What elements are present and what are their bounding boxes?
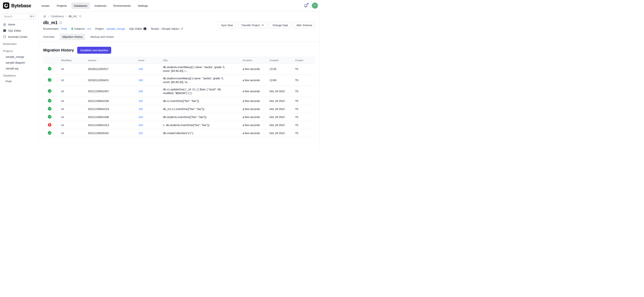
tab[interactable]: Migration History <box>60 34 85 40</box>
sql-cell: 1. db.students.insertOne({"foo": "bar"})… <box>161 121 240 129</box>
topnav-item[interactable]: Issues <box>39 3 52 9</box>
issue-link[interactable]: 109 <box>138 68 143 71</box>
issue-link[interactable]: 105 <box>138 108 143 111</box>
instance-label: Instance - <box>74 27 86 30</box>
breadcrumb-current: db_m1 <box>68 15 77 18</box>
issue-cell: 104 <box>136 113 161 121</box>
transfer-project-button[interactable]: Transfer Project <box>238 22 267 29</box>
version-cell: 20221228042407 <box>86 86 136 97</box>
table-row[interactable]: UI 20221228042223 105 db_m1.c1.insertOne… <box>43 105 315 113</box>
topnav-item[interactable]: Settings <box>135 3 150 9</box>
sidebar-item-home[interactable]: Home <box>0 21 38 28</box>
success-icon <box>48 78 52 82</box>
tab[interactable]: Overview <box>43 34 54 40</box>
bytebase-logo[interactable]: Bytebase <box>3 3 39 9</box>
creator-cell: T0 <box>293 86 315 97</box>
project-link[interactable]: sample_mongo <box>106 27 125 30</box>
anomaly-center-icon <box>3 35 6 38</box>
table-row[interactable]: UI 20221228042255 105 db.c1.insertOne({"… <box>43 97 315 105</box>
environment-link[interactable]: Prod <box>61 27 67 30</box>
table-row[interactable]: UI 20221228035331 102 db.createCollectio… <box>43 129 315 137</box>
success-icon <box>48 107 52 111</box>
issue-link[interactable]: 108 <box>138 79 143 82</box>
main-content: › Databases › db_m1 db_m1 <box>39 12 322 149</box>
establish-baseline-button[interactable]: Establish new baseline <box>77 47 111 54</box>
issue-link[interactable]: 106 <box>138 90 143 93</box>
breadcrumb-home-icon[interactable] <box>43 15 46 18</box>
sidebar-item-sql-editor[interactable]: SQL Editor <box>0 28 38 34</box>
created-cell: Dec 28 2022 <box>267 86 293 97</box>
top-bar: Bytebase Issues Projects Databases Insta… <box>0 0 322 12</box>
success-icon <box>48 99 52 103</box>
sidebar-sub-item[interactable]: sample_mongo <box>0 54 38 60</box>
sql-cell: db.createCollection("c1"); <box>161 129 240 137</box>
topnav-item[interactable]: Instances <box>92 3 109 9</box>
alter-schema-button[interactable]: Alter Schema <box>294 22 315 29</box>
column-header: Issue <box>136 57 161 64</box>
sidebar-sub-item[interactable]: Prod <box>0 79 38 84</box>
issue-cell: 105 <box>136 105 161 113</box>
breadcrumb: › Databases › db_m1 <box>43 15 315 18</box>
issue-link[interactable]: 102 <box>138 132 143 135</box>
sidebar-section-projects: Projects <box>0 48 38 54</box>
workflow-cell: UI <box>59 64 86 75</box>
topnav-item[interactable]: Databases <box>72 3 90 9</box>
issue-link[interactable]: 104 <box>138 124 143 127</box>
tab[interactable]: Backup and restore <box>90 34 114 40</box>
created-cell: Dec 28 2022 <box>267 97 293 105</box>
sql-editor-link-icon[interactable] <box>143 27 146 30</box>
sync-now-button[interactable]: Sync Now <box>218 22 236 29</box>
table-row[interactable]: UI 20230111052527 109 db.students.insert… <box>43 64 315 75</box>
migration-history-header: Migration History Establish new baseline <box>43 47 315 54</box>
status-cell <box>43 86 59 97</box>
status-cell <box>43 121 59 129</box>
created-cell: Dec 28 2022 <box>267 105 293 113</box>
creator-cell: T0 <box>293 113 315 121</box>
top-navigation: Issues Projects Databases Instances Envi… <box>39 3 150 9</box>
scrollbar[interactable] <box>320 12 322 149</box>
duration-cell: a few seconds <box>240 97 267 105</box>
table-row[interactable]: UI 20221228042407 106 db.c1.updateOne( {… <box>43 86 315 97</box>
status-cell <box>43 129 59 137</box>
topnav-item[interactable]: Environments <box>111 3 133 9</box>
column-header: Version <box>86 57 136 64</box>
sidebar-sub-item[interactable]: sample-pg <box>0 66 38 72</box>
sidebar-databases-list: Prod <box>0 79 38 84</box>
meta-sql-editor: SQL Editor <box>129 27 146 30</box>
sql-cell: db_m1.c1.insertOne({"foo": "bar"}); <box>161 105 240 113</box>
status-cell <box>43 75 59 86</box>
edit-tenant-pencil-icon[interactable] <box>181 27 184 30</box>
column-header <box>43 57 59 64</box>
sidebar-item-anomaly-center[interactable]: Anomaly Center <box>0 34 38 40</box>
duration-cell: a few seconds <box>240 75 267 86</box>
column-header: Created <box>267 57 293 64</box>
migration-history-title: Migration History <box>43 48 74 52</box>
table-row[interactable]: UI 20230111050423 108 db.student.insertM… <box>43 75 315 86</box>
sidebar-sub-item[interactable]: sample-diagram <box>0 60 38 66</box>
page-head: db_m1 Environment - Prod <box>43 20 315 30</box>
version-cell: 20230111050423 <box>86 75 136 86</box>
duration-cell: a few seconds <box>240 86 267 97</box>
meta-environment: Environment - Prod <box>43 27 67 30</box>
column-header: SQL <box>161 57 240 64</box>
change-data-button[interactable]: Change Data <box>270 22 291 29</box>
created-cell: Dec 28 2022 <box>267 113 293 121</box>
issue-link[interactable]: 105 <box>138 100 143 103</box>
breadcrumb-databases[interactable]: Databases <box>51 15 64 18</box>
sidebar-projects-list: sample_mongo sample-diagram sample-pg <box>0 54 38 72</box>
sidebar: ⌘ K Home SQL Editor Anomaly Center <box>0 12 39 149</box>
issue-link[interactable]: 104 <box>138 116 143 119</box>
table-row[interactable]: UI 20221228041938 104 db.students.insert… <box>43 113 315 121</box>
bookmark-star-icon[interactable] <box>79 15 82 18</box>
tab-bar: Overview Migration History Backup and re… <box>43 34 315 42</box>
success-icon <box>48 67 52 71</box>
avatar[interactable]: T <box>312 3 318 9</box>
topnav-item[interactable]: Projects <box>54 3 69 9</box>
instance-link[interactable]: m1 <box>88 27 91 30</box>
search-input[interactable] <box>4 15 28 18</box>
success-icon <box>48 131 52 135</box>
notification-bell-icon[interactable] <box>304 3 308 8</box>
created-cell: 13:26 <box>267 64 293 75</box>
created-cell: 13:08 <box>267 75 293 86</box>
table-row[interactable]: UI 20221228041913 104 1. db.students.ins… <box>43 121 315 129</box>
